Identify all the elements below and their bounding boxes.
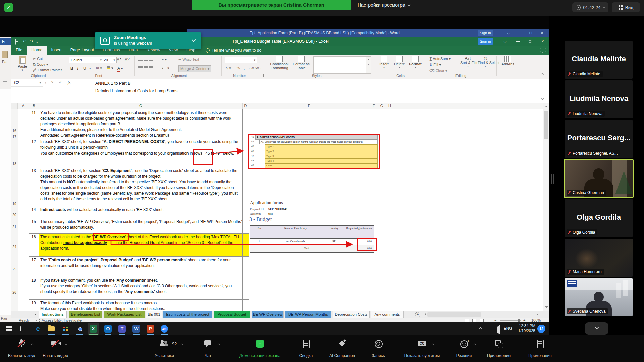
name-box[interactable]: C2▾: [11, 79, 43, 87]
meeting-timer[interactable]: 01:42:24: [572, 2, 608, 12]
indent-buttons[interactable]: ⇤ ⇥: [162, 66, 169, 70]
delete-cells-button[interactable]: Delete▾: [392, 56, 407, 69]
page-layout-view-button[interactable]: [472, 319, 476, 322]
clipboard-dialog-launcher[interactable]: [62, 74, 64, 77]
bold-button[interactable]: B: [70, 66, 73, 71]
number-format-select[interactable]: ▾: [225, 57, 257, 63]
ribbon-tab-file[interactable]: File: [11, 46, 27, 55]
insert-function-button[interactable]: fx: [66, 80, 72, 85]
row-header-19[interactable]: 19: [11, 202, 17, 206]
toolbar-video-button[interactable]: Начать видео: [30, 339, 80, 350]
clear-button[interactable]: ⌫ Clear ▾: [429, 69, 447, 73]
sheet-tab-instructions[interactable]: Instructions: [39, 311, 67, 318]
sidebar-drag-handle[interactable]: [551, 174, 554, 184]
column-header-C[interactable]: C: [39, 103, 243, 109]
italic-button[interactable]: I: [77, 66, 78, 71]
zoom-in-button[interactable]: +: [523, 318, 525, 323]
taskbar-icon-teams[interactable]: T: [117, 324, 127, 334]
alignment-dialog-launcher[interactable]: [217, 74, 219, 77]
formula-bar[interactable]: ANNEX 1 to Part B Detailed Estimation of…: [11, 79, 549, 103]
participant-tile-olga-gordila[interactable]: Olga GordilaOlga Gordila: [565, 199, 633, 237]
sheet-tab-beneficiaries-list[interactable]: Beneficiaries List: [69, 311, 102, 318]
row-header-25[interactable]: 25: [11, 267, 17, 271]
orientation-button[interactable]: ⌁ ▾: [162, 57, 167, 62]
align-left-button[interactable]: [138, 66, 153, 70]
participant-tile-claudia-melinte[interactable]: Claudia MelinteClaudia Melinte: [565, 41, 633, 79]
ribbon-tab-insert[interactable]: Insert: [47, 46, 66, 55]
scrollbar-thumb[interactable]: [544, 111, 548, 139]
font-name-select[interactable]: Calibri▾: [69, 57, 103, 63]
taskbar-icon-start[interactable]: [4, 324, 14, 334]
column-header-G[interactable]: G: [378, 103, 386, 109]
comma-style-button[interactable]: ,: [244, 66, 245, 70]
notice-expand-chevron[interactable]: [192, 38, 196, 42]
zoom-level[interactable]: 100%: [531, 318, 541, 323]
hscroll-right[interactable]: [537, 313, 539, 316]
word-close-button[interactable]: ×: [537, 29, 547, 37]
number-dialog-launcher[interactable]: [261, 74, 264, 77]
cut-button[interactable]: ✂ Cut: [33, 57, 43, 61]
underline-button[interactable]: U: [83, 66, 86, 71]
zoom-slider-thumb[interactable]: [518, 319, 520, 322]
zoom-out-button[interactable]: −: [494, 318, 496, 323]
taskbar-icon-excel[interactable]: X: [89, 324, 98, 334]
grow-font-button[interactable]: A˄: [117, 57, 122, 62]
new-sheet-button[interactable]: +: [415, 312, 420, 317]
participant-tile-cristina-gherman[interactable]: Cristina Gherman: [565, 160, 633, 197]
excel-sign-in-button[interactable]: Sign in: [478, 38, 493, 45]
word-sign-in-button[interactable]: Sign in: [478, 30, 493, 36]
chevron-up-icon[interactable]: [217, 344, 220, 346]
row-headers[interactable]: 161718192021242526: [11, 109, 18, 311]
row-header-18[interactable]: 18: [11, 162, 17, 166]
sheet-tab-any-comments[interactable]: Any comments: [371, 311, 404, 318]
taskbar-icon-file-explorer[interactable]: [47, 324, 56, 334]
tray-hidden-icons-chevron[interactable]: [480, 326, 482, 330]
tray-language[interactable]: ENG: [504, 326, 512, 330]
view-button[interactable]: Вид: [612, 2, 640, 12]
taskbar-icon-powerpoint[interactable]: P: [146, 324, 155, 334]
conditional-formatting-button[interactable]: ConditionalFormatting: [268, 56, 290, 70]
taskbar-icon-store[interactable]: [61, 324, 70, 334]
sheet-tab-proposal-budget[interactable]: Proposal Budget: [214, 311, 250, 318]
column-headers[interactable]: ABCDEFGH: [11, 103, 549, 109]
ribbon-tab-page-layout[interactable]: Page Layout: [66, 46, 98, 55]
tab-scroll-left[interactable]: [34, 313, 36, 316]
word-file-tab-fragment[interactable]: Fi: [0, 38, 11, 45]
participant-tile-liudmila-nenova[interactable]: Liudmila NenovaLiudmila Nenova: [565, 80, 633, 118]
row-header-16[interactable]: 16: [11, 129, 17, 133]
font-size-select[interactable]: 20▾: [102, 57, 117, 63]
excel-restore-button[interactable]: □: [525, 37, 535, 46]
accessibility-status[interactable]: Accessibility: Investigate: [42, 318, 82, 323]
cancel-formula-button[interactable]: ×: [49, 80, 56, 85]
expand-formula-bar-button[interactable]: [541, 95, 543, 101]
tell-me-box[interactable]: Tell me what you want to do: [206, 46, 261, 55]
copy-button[interactable]: ⧉ Copy ▾: [33, 62, 48, 67]
sheet-tab-estim-costs-of-the-project[interactable]: Estim costs of the project: [163, 311, 212, 318]
row-header-17[interactable]: 17: [11, 135, 17, 139]
currency-button[interactable]: $ ▾: [226, 66, 231, 70]
undo-icon[interactable]: ↶: [23, 39, 26, 44]
webcam-notice[interactable]: Zoom Meetings is using the webcam: [95, 32, 201, 49]
sidebar-collapse-button[interactable]: [585, 322, 608, 335]
excel-ribbon-options-button[interactable]: ⌵: [500, 37, 511, 46]
font-color-button[interactable]: A ▾: [117, 66, 123, 71]
wrap-text-button[interactable]: ↩ Wrap Text: [178, 57, 199, 62]
word-restore-button[interactable]: □: [525, 29, 536, 37]
participant-tile-svetlana-ghenova[interactable]: Svetlana Ghenova: [565, 278, 633, 316]
taskbar-icon-word[interactable]: W: [131, 324, 141, 334]
tray-time[interactable]: 12:34 PM: [516, 324, 535, 328]
save-icon[interactable]: [15, 39, 16, 45]
toolbar-participants-button[interactable]: 92Участники: [139, 339, 190, 350]
page-break-view-button[interactable]: [480, 319, 484, 322]
format-cells-button[interactable]: Format▾: [408, 56, 423, 69]
toolbar-notes-button[interactable]: Примечания: [515, 339, 565, 350]
underline-dropdown[interactable]: ▾: [89, 67, 91, 70]
windows-taskbar[interactable]: ENG 12:34 PM 1/10/2025 eXOTWPzm: [0, 322, 549, 335]
security-shield-icon[interactable]: ✓: [4, 3, 13, 12]
shrink-font-button[interactable]: A˅: [125, 57, 130, 62]
fill-button[interactable]: ⬇ Fill ▾: [429, 63, 441, 67]
redo-icon[interactable]: ↷: [30, 39, 33, 44]
insert-cells-button[interactable]: Insert▾: [377, 56, 391, 69]
tray-speaker-icon[interactable]: [496, 325, 500, 334]
taskbar-icon-zoom[interactable]: zm: [160, 324, 169, 334]
